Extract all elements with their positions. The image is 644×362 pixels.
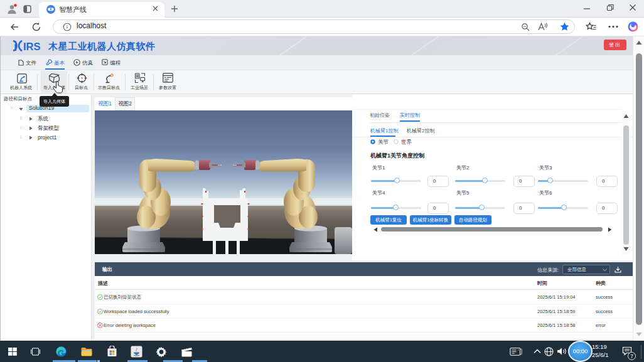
svg-text:IRS: IRS bbox=[23, 41, 41, 52]
